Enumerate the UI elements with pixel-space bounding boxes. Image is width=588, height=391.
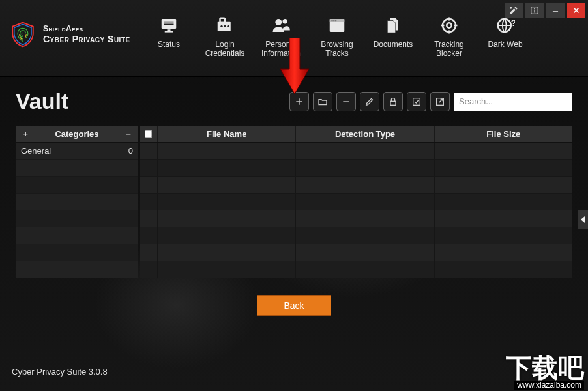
category-empty-row (16, 261, 138, 278)
lock-button[interactable] (383, 92, 403, 111)
svg-point-21 (443, 19, 456, 32)
monitor-icon (159, 14, 179, 36)
category-collapse-button[interactable]: − (124, 129, 133, 139)
page-title: Vault (16, 89, 68, 114)
annotation-arrow-icon (280, 38, 309, 96)
settings-icon[interactable] (505, 3, 523, 18)
credentials-icon (215, 14, 235, 36)
category-empty-row (16, 210, 138, 227)
vault-toolbar (289, 92, 572, 111)
table-row[interactable] (140, 244, 572, 261)
categories-header: + Categories − (16, 126, 138, 143)
nav-tracking-blocker[interactable]: Tracking Blocker (424, 14, 475, 60)
svg-text:?: ? (511, 18, 515, 28)
svg-rect-2 (534, 10, 535, 12)
col-filesize[interactable]: File Size (435, 126, 572, 142)
table-row[interactable] (140, 261, 572, 278)
category-empty-row (16, 160, 138, 177)
brand-name-line2: Cyber Privacy Suite (43, 34, 130, 44)
search-input[interactable] (454, 93, 572, 111)
category-name: General (21, 146, 51, 156)
table-row[interactable] (140, 194, 572, 210)
svg-point-20 (335, 20, 336, 22)
svg-rect-3 (553, 11, 558, 12)
svg-rect-7 (168, 29, 171, 31)
page-content: Vault + Categories − General 0 (0, 77, 588, 316)
close-button[interactable] (567, 3, 585, 18)
brand-logo (9, 21, 37, 48)
target-icon (439, 14, 459, 36)
svg-point-12 (224, 25, 226, 27)
grid-header: File Name Detection Type File Size (140, 126, 572, 143)
back-button[interactable]: Back (257, 295, 331, 316)
window-controls (505, 3, 585, 18)
open-folder-button[interactable] (313, 92, 332, 111)
svg-rect-6 (164, 24, 174, 25)
checklist-button[interactable] (407, 92, 426, 111)
people-icon (271, 14, 291, 36)
nav-browsing-tracks[interactable]: Browsing Tracks (312, 14, 362, 60)
nav-documents[interactable]: Documents (368, 14, 419, 60)
vault-table: + Categories − General 0 File Name Detec… (16, 126, 572, 278)
category-empty-row (16, 244, 138, 261)
category-expand-button[interactable]: + (21, 129, 30, 139)
category-count: 0 (128, 146, 133, 156)
svg-point-15 (283, 19, 288, 24)
svg-rect-8 (165, 31, 173, 33)
table-row[interactable] (140, 143, 572, 160)
watermark-text: 下载吧 (506, 355, 584, 381)
svg-point-14 (275, 19, 282, 25)
export-button[interactable] (430, 92, 450, 111)
category-empty-row (16, 227, 138, 244)
category-empty-row (16, 177, 138, 194)
documents-icon (383, 14, 403, 36)
svg-point-11 (220, 25, 222, 27)
svg-rect-26 (413, 98, 420, 105)
version-label: Cyber Privacy Suite 3.0.8 (12, 367, 108, 377)
category-row[interactable]: General 0 (16, 143, 138, 160)
browser-icon (327, 14, 347, 36)
table-row[interactable] (140, 160, 572, 177)
nav-login-credentials[interactable]: Login Credentials (199, 14, 250, 60)
svg-point-13 (227, 25, 229, 27)
watermark-url: www.xiazaiba.com (514, 381, 584, 390)
side-panel-toggle[interactable] (578, 210, 588, 229)
svg-rect-25 (390, 101, 396, 105)
categories-pane: + Categories − General 0 (16, 126, 138, 278)
brand-name-line1: ShieldApps (43, 25, 130, 34)
nav-status[interactable]: Status (143, 14, 194, 60)
category-empty-row (16, 194, 138, 210)
watermark: 下载吧 www.xiazaiba.com (506, 355, 584, 390)
svg-point-18 (332, 20, 333, 22)
edit-button[interactable] (360, 92, 379, 111)
nav-dark-web[interactable]: ? Dark Web (480, 14, 531, 60)
col-detection-type[interactable]: Detection Type (296, 126, 434, 142)
minimize-button[interactable] (546, 3, 565, 18)
table-row[interactable] (140, 177, 572, 194)
svg-point-1 (534, 8, 535, 10)
svg-point-19 (333, 20, 334, 22)
info-icon[interactable] (525, 3, 544, 18)
table-row[interactable] (140, 210, 572, 227)
table-row[interactable] (140, 227, 572, 244)
remove-button[interactable] (336, 92, 356, 111)
brand: ShieldApps Cyber Privacy Suite (0, 0, 143, 48)
col-filename[interactable]: File Name (158, 126, 296, 142)
svg-rect-10 (220, 18, 226, 22)
grid-body (140, 143, 572, 278)
svg-rect-5 (164, 22, 174, 23)
select-all-checkbox[interactable] (140, 126, 158, 142)
file-grid: File Name Detection Type File Size (140, 126, 572, 278)
svg-point-22 (447, 23, 452, 28)
